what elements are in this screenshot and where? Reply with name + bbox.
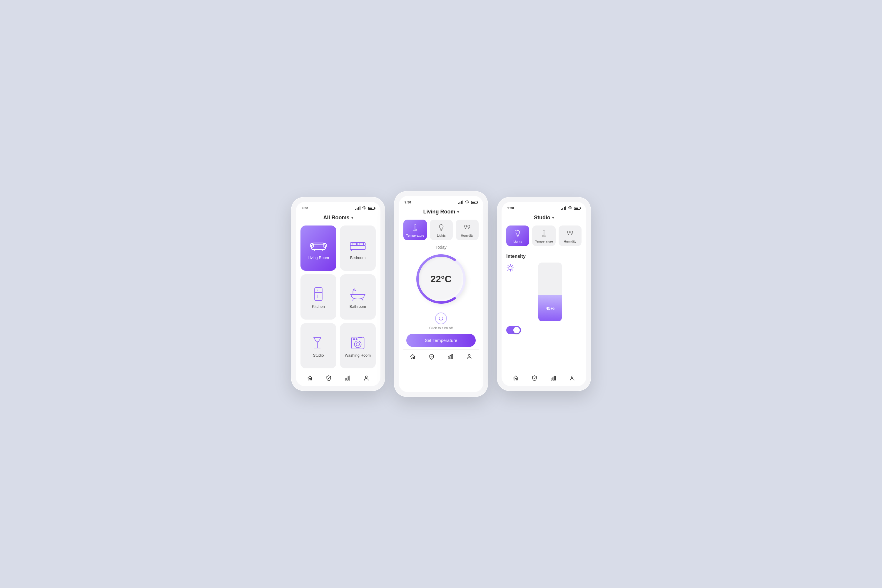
- svg-point-34: [467, 204, 468, 204]
- toggle-row: [506, 326, 582, 334]
- drops-icon-dim-studio: [566, 229, 574, 238]
- room-label-kitchen: Kitchen: [312, 304, 325, 309]
- phones-container: 9:30: [291, 191, 591, 397]
- temp-circle: 22°C: [414, 252, 468, 306]
- svg-rect-43: [452, 355, 453, 359]
- today-label: Today: [404, 245, 478, 250]
- intensity-value: 45%: [546, 306, 555, 311]
- svg-rect-63: [553, 377, 554, 380]
- svg-point-33: [366, 376, 368, 378]
- svg-point-53: [508, 266, 512, 270]
- chevron-down-icon-3: ▾: [552, 216, 554, 220]
- click-to-turn-off-label: Click to turn off: [429, 326, 453, 330]
- temp-circle-container: 22°C: [404, 252, 478, 306]
- bulb-icon-active: [513, 229, 522, 238]
- intensity-title: Intensity: [506, 254, 582, 259]
- drops-icon-dim: [463, 223, 472, 232]
- nav-stats-3[interactable]: [550, 375, 557, 382]
- bathtub-icon: [349, 286, 367, 302]
- svg-rect-64: [555, 376, 555, 380]
- bed-icon: [349, 238, 367, 252]
- room-card-living-room[interactable]: Living Room: [300, 225, 336, 271]
- lamp-icon: [310, 336, 327, 350]
- svg-point-36: [414, 230, 416, 231]
- signal-icon-1: [355, 206, 360, 210]
- page-title-3: Studio ▾: [506, 214, 582, 221]
- tab-lights-studio[interactable]: Lights: [506, 225, 529, 246]
- fridge-icon: [310, 286, 327, 302]
- time-3: 9:30: [507, 206, 514, 210]
- battery-icon-3: [574, 207, 580, 210]
- svg-point-28: [356, 338, 357, 340]
- nav-home-1[interactable]: [306, 375, 314, 382]
- intensity-row: 45%: [506, 262, 582, 321]
- bulb-icon-dim: [437, 223, 446, 232]
- svg-rect-4: [323, 243, 327, 248]
- battery-icon-1: [368, 207, 375, 210]
- svg-point-45: [570, 209, 570, 210]
- tab-lights[interactable]: Lights: [430, 220, 453, 240]
- nav-user-2[interactable]: [466, 353, 473, 360]
- wifi-icon-1: [362, 206, 366, 210]
- power-button[interactable]: [435, 312, 447, 324]
- thermometer-icon-active: [411, 223, 420, 232]
- nav-shield-2[interactable]: [428, 353, 435, 360]
- svg-line-60: [508, 270, 508, 270]
- tab-label-humidity: Humidity: [461, 234, 474, 237]
- lights-toggle[interactable]: [506, 326, 521, 334]
- tab-humidity-studio[interactable]: Humidity: [559, 225, 582, 246]
- nav-stats-2[interactable]: [447, 353, 454, 360]
- nav-user-1[interactable]: [363, 375, 370, 382]
- washer-icon: [349, 336, 367, 350]
- room-label-bathroom: Bathroom: [350, 304, 366, 309]
- svg-line-59: [513, 270, 513, 270]
- svg-rect-10: [352, 243, 357, 245]
- sun-icon: [506, 264, 515, 273]
- phone-studio: 9:30: [497, 197, 591, 391]
- room-card-bathroom[interactable]: Bathroom: [340, 274, 376, 320]
- tab-label-lights: Lights: [437, 234, 446, 237]
- svg-line-21: [362, 299, 363, 300]
- signal-icon-2: [458, 201, 464, 204]
- signal-icon-3: [561, 206, 566, 210]
- nav-home-2[interactable]: [409, 353, 416, 360]
- page-title-1: All Rooms ▾: [300, 214, 376, 221]
- room-card-washing-room[interactable]: Washing Room: [340, 323, 376, 368]
- battery-icon-2: [471, 201, 477, 204]
- svg-rect-11: [359, 243, 364, 245]
- tab-temperature[interactable]: Temperature: [404, 220, 427, 240]
- room-card-studio[interactable]: Studio: [300, 323, 336, 368]
- status-icons-2: [458, 201, 477, 204]
- intensity-slider[interactable]: 45%: [538, 262, 562, 321]
- svg-point-52: [543, 236, 544, 237]
- bottom-nav-2: [404, 349, 478, 365]
- status-icons-1: [355, 206, 375, 210]
- status-bar-3: 9:30: [502, 205, 586, 212]
- tab-label-temperature-studio: Temperature: [535, 240, 553, 243]
- nav-user-3[interactable]: [568, 375, 576, 382]
- status-bar-1: 9:30: [296, 205, 380, 212]
- nav-stats-1[interactable]: [344, 375, 351, 382]
- svg-line-61: [513, 265, 513, 266]
- nav-shield-3[interactable]: [531, 375, 538, 382]
- svg-line-20: [352, 299, 353, 300]
- room-card-bedroom[interactable]: Bedroom: [340, 225, 376, 271]
- page-title-2: Living Room ▾: [404, 209, 478, 215]
- chevron-down-icon-2: ▾: [457, 210, 459, 214]
- room-card-kitchen[interactable]: Kitchen: [300, 274, 336, 320]
- svg-rect-42: [450, 356, 451, 359]
- svg-rect-32: [349, 376, 350, 380]
- svg-point-0: [364, 209, 364, 210]
- svg-rect-30: [345, 378, 346, 380]
- set-temperature-button[interactable]: Set Temperature: [406, 334, 476, 347]
- phone-living-room: 9:30: [394, 191, 488, 397]
- nav-shield-1[interactable]: [325, 375, 332, 382]
- nav-home-3[interactable]: [512, 375, 519, 382]
- chevron-down-icon-1: ▾: [351, 216, 353, 220]
- tab-temperature-studio[interactable]: Temperature: [532, 225, 556, 246]
- svg-rect-62: [551, 378, 552, 380]
- room-label-bedroom: Bedroom: [350, 255, 366, 260]
- tab-humidity[interactable]: Humidity: [456, 220, 478, 240]
- status-icons-3: [561, 206, 580, 210]
- svg-line-58: [508, 265, 508, 266]
